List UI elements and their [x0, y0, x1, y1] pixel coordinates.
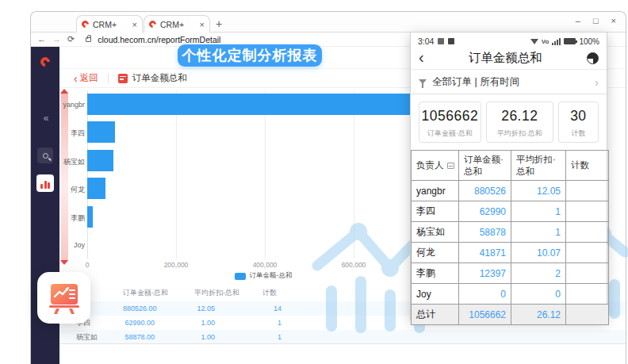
url-text[interactable]: cloud.hecom.cn/reportFormDetail [98, 35, 220, 44]
legend-label: 订单金额-总和 [250, 271, 293, 281]
filter-funnel-icon [419, 79, 427, 84]
phone-nav-bar: ‹ 订单金额总和 [411, 48, 607, 70]
bar-李四[interactable] [87, 121, 115, 143]
stat-label: 订单金额·总和 [419, 128, 481, 139]
maximize-icon[interactable]: □ [593, 16, 599, 25]
app-icon [448, 38, 454, 44]
phone-preview-panel: 3:04 Vo 100% ‹ 订单金额总和 全部订单 | 所有时间 › [410, 32, 607, 320]
battery-icon [564, 38, 576, 44]
discount-cell: 2 [511, 263, 566, 284]
category-label: 李鹏 [59, 213, 85, 224]
window-close-icon[interactable]: × [611, 16, 616, 25]
volte-icon: Vo [542, 38, 550, 45]
stat-card-count: 30 计数 [558, 102, 599, 143]
table-row[interactable]: 何龙4187110.07 [412, 243, 609, 263]
owner-header: 负责人 [416, 159, 457, 171]
presentation-board-icon [46, 281, 82, 316]
column-header: 平均折扣-总和 [194, 288, 262, 298]
stat-card-discount: 26.12 平均折扣·总和 [486, 102, 553, 143]
sidebar-search-button[interactable] [37, 148, 53, 163]
discount-cell: 1.00 [194, 333, 262, 341]
table-row[interactable]: 李四629901 [412, 201, 609, 222]
table-row[interactable]: 杨宝如58878.001.001 [59, 330, 626, 344]
crm-logo-icon [39, 56, 52, 69]
status-time: 3:04 [418, 36, 434, 46]
phone-filter-row[interactable]: 全部订单 | 所有时间 › [411, 70, 607, 94]
tab-label: CRM+ [93, 20, 128, 29]
signal-icon [552, 38, 561, 45]
crm-favicon-icon [80, 19, 90, 29]
bar-李鹏[interactable] [87, 206, 93, 228]
total-row[interactable]: 总计105666226.12 [412, 305, 609, 325]
reload-icon[interactable]: ⟳ [67, 35, 75, 44]
count-cell [566, 263, 609, 284]
phone-back-icon[interactable]: ‹ [419, 49, 424, 65]
x-tick-label: 400,000 [241, 261, 289, 269]
stat-value: 26.12 [487, 108, 553, 125]
chart-legend[interactable]: 订单金额-总和 [59, 271, 467, 281]
amount-cell: 880526 [459, 181, 511, 201]
owner-cell: 李四 [412, 201, 459, 222]
report-float-button[interactable] [37, 272, 90, 324]
browser-tab-1[interactable]: CRM+ × [76, 15, 143, 33]
owner-cell: 杨宝如 [59, 332, 123, 343]
owner-cell: 总计 [412, 305, 459, 325]
count-cell: 1 [262, 333, 334, 341]
table-row[interactable]: yangbr88052612.05 [412, 181, 609, 201]
wifi-icon [530, 39, 538, 44]
header-label: 负责人 [416, 159, 444, 171]
crm-favicon-icon [147, 19, 158, 29]
back-arrow-icon[interactable]: ← [37, 35, 46, 44]
column-header: 订单金额-总和 [123, 288, 194, 298]
table-row[interactable]: Joy00 [412, 284, 609, 305]
discount-cell: 1 [511, 201, 566, 222]
column-header: 计数 [262, 288, 334, 298]
sidebar-item-report[interactable] [36, 174, 54, 192]
column-header: 订单金额·总和 [459, 151, 511, 181]
table-row[interactable]: 李鹏123972 [412, 263, 609, 284]
window-controls: – □ × [576, 16, 616, 25]
count-cell [566, 222, 609, 243]
discount-cell: 1.00 [194, 319, 262, 327]
phone-status-bar: 3:04 Vo 100% [411, 33, 607, 48]
tab-close-icon[interactable]: × [132, 20, 137, 29]
category-label: 杨宝如 [59, 157, 85, 167]
report-icon [118, 74, 128, 83]
amount-cell: 1056662 [459, 305, 511, 325]
category-label: Joy [59, 241, 85, 249]
bar-何龙[interactable] [87, 178, 105, 199]
tab-close-icon[interactable]: × [200, 20, 205, 29]
x-tick-label: 0 [63, 261, 111, 269]
lock-icon [86, 37, 91, 42]
phone-data-table: 负责人订单金额·总和平均折扣·总和计数yangbr88052612.05李四62… [411, 150, 609, 325]
owner-cell: 杨宝如 [412, 222, 459, 243]
amount-cell: 880526.00 [123, 305, 194, 312]
browser-tab-2[interactable]: CRM+ × [144, 15, 210, 33]
new-tab-button[interactable]: + [216, 17, 222, 30]
discount-cell: 12.05 [194, 305, 262, 312]
x-tick-label: 600,000 [330, 261, 377, 269]
search-icon [43, 153, 48, 159]
owner-cell: Joy [412, 284, 459, 305]
stat-label: 平均折扣·总和 [487, 128, 553, 139]
amount-cell: 0 [459, 284, 511, 305]
count-cell [566, 243, 609, 263]
column-header: 负责人 [412, 151, 459, 181]
owner-cell: yangbr [412, 181, 459, 201]
owner-cell: 李鹏 [412, 263, 459, 284]
collapse-sidebar-icon[interactable]: « [44, 113, 48, 124]
report-name-badge: 个性化定制分析报表 [178, 44, 322, 67]
bar-杨宝如[interactable] [87, 150, 113, 171]
table-row[interactable]: 杨宝如588781 [412, 222, 609, 243]
back-label: 返回 [80, 72, 98, 84]
count-cell [566, 201, 609, 222]
back-link[interactable]: ‹ 返回 [74, 72, 98, 84]
chevron-right-icon: › [595, 75, 599, 89]
stat-value: 1056662 [419, 108, 481, 125]
pie-chart-icon[interactable] [587, 52, 599, 64]
count-cell: 14 [262, 305, 334, 312]
stat-value: 30 [559, 108, 598, 125]
forward-arrow-icon[interactable]: → [52, 35, 61, 44]
minimize-icon[interactable]: – [576, 16, 580, 25]
amount-cell: 62990 [459, 201, 511, 222]
